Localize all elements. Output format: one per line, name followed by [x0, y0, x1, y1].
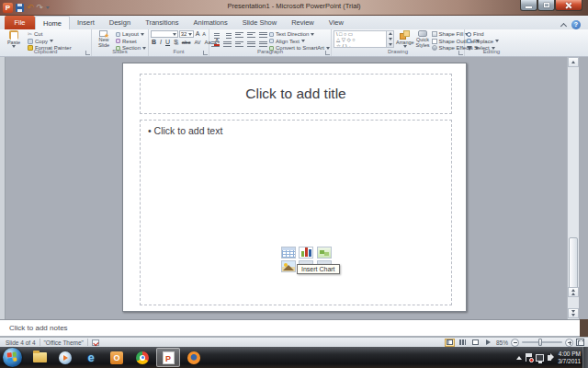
- strikethrough-button[interactable]: abc: [181, 39, 192, 46]
- tab-view[interactable]: View: [322, 16, 351, 29]
- show-hidden-icons-button[interactable]: [516, 356, 522, 360]
- slide[interactable]: Click to add title • Click to add text I…: [122, 63, 467, 312]
- slide-sorter-view-button[interactable]: [458, 339, 468, 347]
- show-desktop-button[interactable]: [582, 347, 588, 368]
- justify-icon[interactable]: [247, 41, 255, 48]
- cut-button[interactable]: ✂ Cut: [28, 31, 72, 38]
- next-slide-button[interactable]: [568, 308, 579, 318]
- bullets-icon[interactable]: [211, 32, 220, 39]
- align-text-button[interactable]: Align Text: [269, 39, 330, 45]
- taskbar-internet-explorer-button[interactable]: e: [79, 348, 103, 367]
- copy-label: Copy: [35, 39, 48, 45]
- clipboard-dialog-launcher-icon[interactable]: [85, 51, 90, 55]
- group-font: 32 A A B I U S abc AV Aa A Font: [149, 29, 209, 56]
- tab-design[interactable]: Design: [102, 16, 138, 29]
- minimize-ribbon-icon[interactable]: [560, 23, 567, 28]
- gallery-up-icon[interactable]: [389, 32, 392, 35]
- tab-slide-show[interactable]: Slide Show: [235, 16, 285, 29]
- paragraph-dialog-launcher-icon[interactable]: [325, 51, 330, 55]
- slide-show-button[interactable]: [483, 339, 493, 347]
- text-direction-button[interactable]: Text Direction: [269, 31, 330, 38]
- zoom-slider-thumb[interactable]: [538, 339, 542, 346]
- decrease-indent-icon[interactable]: [235, 32, 243, 39]
- replace-button[interactable]: Replace: [467, 39, 499, 45]
- font-dialog-launcher-icon[interactable]: [203, 51, 208, 55]
- zoom-out-button[interactable]: [511, 339, 519, 347]
- insert-picture-icon[interactable]: [281, 260, 296, 272]
- reset-button[interactable]: Reset: [116, 39, 146, 45]
- clock[interactable]: 4:00 PM 3/7/2011: [558, 351, 581, 365]
- align-left-icon[interactable]: [211, 41, 220, 48]
- taskbar-media-player-button[interactable]: [53, 348, 77, 367]
- grow-font-button[interactable]: A: [195, 30, 201, 38]
- quick-styles-button[interactable]: Quick Styles: [416, 30, 430, 48]
- taskbar-explorer-button[interactable]: [28, 348, 51, 367]
- underline-button[interactable]: U: [164, 39, 171, 46]
- tab-file[interactable]: File: [5, 16, 35, 29]
- editing-group-label: Editing: [465, 48, 518, 56]
- line-spacing-icon[interactable]: [259, 32, 267, 39]
- firefox-icon: [187, 351, 200, 364]
- taskbar-outlook-button[interactable]: O: [105, 348, 129, 367]
- previous-slide-button[interactable]: [568, 287, 579, 297]
- align-center-icon[interactable]: [223, 41, 232, 48]
- restore-button[interactable]: [537, 0, 555, 11]
- zoom-in-button[interactable]: [565, 339, 573, 347]
- notes-pane[interactable]: Click to add notes: [0, 319, 580, 337]
- arrange-button[interactable]: Arrange: [396, 30, 414, 48]
- gallery-down-icon[interactable]: [389, 38, 392, 40]
- taskbar-chrome-button[interactable]: [130, 348, 154, 367]
- spell-check-icon[interactable]: [92, 339, 99, 346]
- fit-to-window-button[interactable]: [576, 339, 584, 346]
- slides-pane-collapsed[interactable]: [0, 57, 6, 319]
- tab-review[interactable]: Review: [284, 16, 322, 29]
- columns-icon[interactable]: [259, 41, 267, 48]
- new-slide-button[interactable]: New Slide: [94, 30, 114, 48]
- minimize-button[interactable]: [520, 0, 537, 11]
- network-icon[interactable]: [536, 354, 544, 362]
- title-placeholder[interactable]: Click to add title: [140, 74, 452, 114]
- taskbar-firefox-button[interactable]: [182, 348, 206, 367]
- find-button[interactable]: Find: [467, 31, 499, 38]
- insert-table-icon[interactable]: [281, 247, 296, 259]
- window-title: Presentation1 - Microsoft PowerPoint (Tr…: [0, 2, 588, 10]
- start-button[interactable]: [3, 348, 22, 367]
- tab-animations[interactable]: Animations: [187, 16, 235, 29]
- bold-button[interactable]: B: [151, 39, 157, 46]
- paste-button[interactable]: Paste: [2, 30, 26, 48]
- tab-home[interactable]: Home: [35, 16, 70, 29]
- tab-transitions[interactable]: Transitions: [138, 16, 186, 29]
- volume-icon[interactable]: [548, 355, 551, 361]
- tab-insert[interactable]: Insert: [70, 16, 102, 29]
- scroll-up-button[interactable]: [568, 57, 579, 67]
- notes-placeholder-text: Click to add notes: [9, 324, 68, 332]
- scrollbar-thumb[interactable]: [569, 237, 578, 293]
- action-center-icon[interactable]: [526, 353, 532, 362]
- close-button[interactable]: [555, 0, 582, 11]
- numbering-icon[interactable]: [223, 32, 232, 39]
- shapes-gallery[interactable]: \ □ ○ ▭ △ ▽ ◇ ○ ☆ ( ) ←: [334, 30, 387, 48]
- content-placeholder[interactable]: • Click to add text Insert Chart: [140, 120, 452, 305]
- align-right-icon[interactable]: [235, 41, 243, 48]
- title-bar[interactable]: P ↶ ↷ Presentation1 - Microsoft PowerPoi…: [0, 0, 588, 16]
- layout-button[interactable]: Layout: [116, 31, 146, 38]
- normal-view-button[interactable]: [445, 339, 455, 347]
- italic-button[interactable]: I: [159, 39, 163, 46]
- zoom-slider[interactable]: [522, 341, 562, 343]
- gallery-more-icon[interactable]: [389, 43, 392, 46]
- increase-indent-icon[interactable]: [247, 32, 255, 39]
- font-size-value: 32: [181, 31, 187, 37]
- copy-button[interactable]: Copy: [28, 39, 72, 45]
- character-spacing-button[interactable]: AV: [193, 39, 201, 46]
- drawing-dialog-launcher-icon[interactable]: [458, 51, 463, 55]
- font-size-combo[interactable]: 32: [179, 30, 194, 38]
- insert-smartart-icon[interactable]: [317, 247, 332, 259]
- reading-view-button[interactable]: [470, 339, 481, 347]
- vertical-scrollbar[interactable]: [567, 57, 579, 319]
- taskbar-powerpoint-button[interactable]: P: [156, 348, 180, 367]
- text-shadow-button[interactable]: S: [173, 39, 179, 46]
- insert-chart-icon[interactable]: [299, 247, 313, 259]
- shrink-font-button[interactable]: A: [201, 30, 207, 38]
- help-icon[interactable]: ?: [571, 20, 581, 29]
- font-name-combo[interactable]: [151, 30, 178, 38]
